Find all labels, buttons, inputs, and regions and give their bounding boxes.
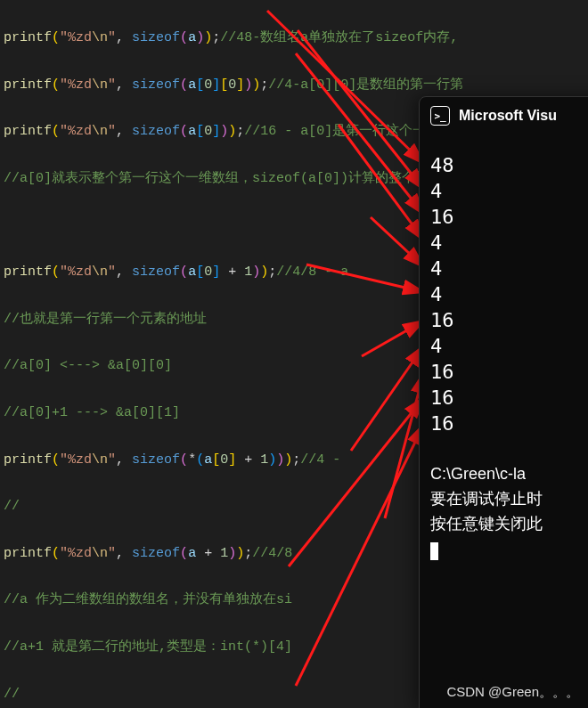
terminal-icon: >_ (430, 106, 450, 126)
terminal-info: C:\Green\c-la 要在调试停止时 按任意键关闭此 (430, 461, 588, 561)
output-line: 16 (430, 411, 588, 436)
terminal-window[interactable]: >_ Microsoft Visu 48 4 16 4 4 4 16 4 16 … (419, 96, 588, 708)
output-line: 16 (430, 307, 588, 333)
code-line: printf("%zd\n", sizeof(a));//48-数组名a单独放在… (4, 27, 588, 50)
output-line: 48 (430, 152, 588, 178)
output-line: 4 (430, 333, 588, 359)
output-line: 4 (430, 281, 588, 307)
cursor-icon (430, 542, 438, 560)
code-line: printf("%zd\n", sizeof(a[0][0]));//4-a[0… (4, 74, 588, 97)
output-line: 4 (430, 256, 588, 281)
output-line: 4 (430, 230, 588, 256)
output-line: 16 (430, 359, 588, 385)
watermark: CSDN @Green。。。 (446, 684, 579, 701)
info-line: 按任意键关闭此 (430, 511, 588, 536)
terminal-title-bar: >_ Microsoft Visu (420, 97, 588, 133)
info-line: 要在调试停止时 (430, 486, 588, 511)
output-line: 16 (430, 385, 588, 411)
output-line: 16 (430, 204, 588, 230)
output-line: 4 (430, 178, 588, 204)
terminal-output: 48 4 16 4 4 4 16 4 16 16 16 C:\Green\c-l… (420, 133, 588, 561)
info-line: C:\Green\c-la (430, 461, 588, 486)
terminal-title: Microsoft Visu (459, 108, 557, 124)
